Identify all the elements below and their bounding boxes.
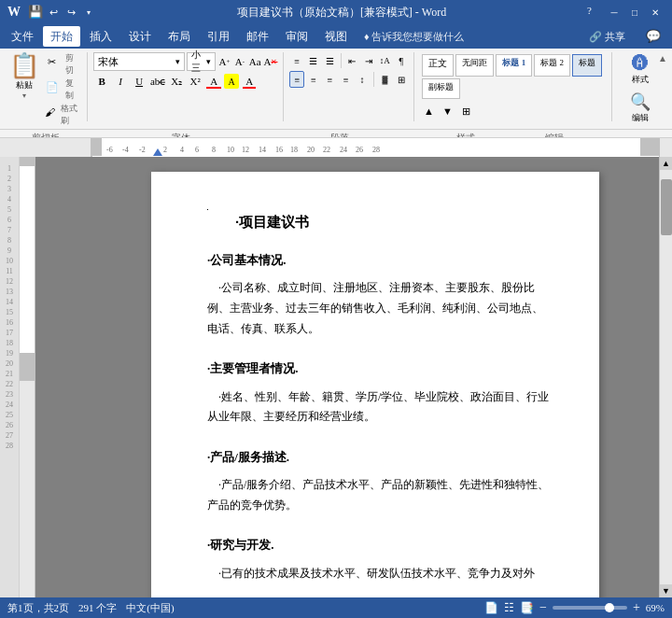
font-name-selector[interactable]: 宋体 ▾ <box>93 52 185 71</box>
menu-item-mailings[interactable]: 邮件 <box>239 26 276 47</box>
superscript-button[interactable]: X² <box>187 73 203 90</box>
quick-access-toolbar: 💾 ↩ ↪ ▾ <box>28 5 96 20</box>
font-color-button[interactable]: A <box>205 73 222 90</box>
clipboard-group: 📋 粘贴 ▾ ✂ 剪切 📄 复制 🖌 <box>4 52 88 121</box>
shading-button[interactable]: ▓ <box>378 71 392 88</box>
scroll-thumb[interactable] <box>661 179 672 235</box>
subscript-button[interactable]: X₂ <box>168 73 185 90</box>
find-icon: 🔍 <box>630 91 651 112</box>
vertical-ruler <box>19 157 35 597</box>
search-menu[interactable]: ♦ 告诉我您想要做什么 <box>357 26 471 47</box>
bold-button[interactable]: B <box>93 73 110 90</box>
style-heading1[interactable]: 标题 1 <box>496 54 532 77</box>
menu-item-references[interactable]: 引用 <box>200 26 237 47</box>
align-right-button[interactable]: ≡ <box>323 71 337 88</box>
title-bar-title: 项目建议书（原始文稿）[兼容模式] - Word <box>96 5 587 21</box>
borders-button[interactable]: ⊞ <box>394 71 408 88</box>
line-number: 4 <box>7 195 11 204</box>
print-view-button[interactable]: ☷ <box>504 601 514 615</box>
style-no-spacing[interactable]: 无间距 <box>455 54 494 77</box>
scroll-down-button[interactable]: ▼ <box>660 584 673 597</box>
increase-indent-button[interactable]: ⇥ <box>361 52 375 69</box>
line-number: 6 <box>7 216 11 224</box>
italic-button[interactable]: I <box>112 73 129 90</box>
scroll-up-button[interactable]: ▲ <box>660 157 673 170</box>
web-view-button[interactable]: 📑 <box>520 601 534 615</box>
share-button[interactable]: 🔗 共享 <box>581 26 633 47</box>
styles-more-button[interactable]: ⊞ <box>457 103 474 119</box>
paste-button[interactable]: 📋 粘贴 ▾ <box>9 52 39 102</box>
line-number: 7 <box>7 226 11 234</box>
style-heading2[interactable]: 标题 2 <box>534 54 570 77</box>
styles-pane-button[interactable]: 🅐 样式 <box>625 52 655 88</box>
font-name-value: 宋体 <box>98 55 119 69</box>
read-view-button[interactable]: 📄 <box>484 601 498 615</box>
format-painter-button[interactable]: 🖌 <box>41 103 59 121</box>
show-pilcrow-button[interactable]: ¶ <box>394 52 408 69</box>
decrease-indent-button[interactable]: ⇤ <box>345 52 359 69</box>
menu-item-layout[interactable]: 布局 <box>161 26 198 47</box>
change-case-button[interactable]: Aa <box>248 53 261 70</box>
minimize-button[interactable]: ─ <box>605 5 623 20</box>
ribbon-collapse-button[interactable]: ▲ <box>655 50 670 65</box>
cut-button[interactable]: ✂ <box>41 52 63 71</box>
styles-scroll-up-button[interactable]: ▲ <box>420 103 437 119</box>
strikethrough-button[interactable]: abc̶ <box>149 73 166 90</box>
line-number: 19 <box>6 349 13 358</box>
document-area: 1 2 3 4 5 6 7 8 9 10 11 12 13 14 15 16 1… <box>0 157 672 597</box>
copy-button[interactable]: 📄 <box>41 77 63 96</box>
ribbon-minimize-icon[interactable]: ? <box>587 5 592 20</box>
customize-quick-access-icon[interactable]: ▾ <box>81 5 96 20</box>
font-size-value: 小三 <box>191 49 206 75</box>
comments-icon[interactable]: 💬 <box>638 26 668 47</box>
save-icon[interactable]: 💾 <box>28 5 43 20</box>
sort-button[interactable]: ↕A <box>378 52 392 69</box>
align-left-button[interactable]: ≡ <box>289 71 304 88</box>
style-normal[interactable]: 正文 <box>422 54 454 77</box>
clear-formatting-button[interactable]: A✕ <box>263 53 277 70</box>
line-number: 3 <box>7 185 11 193</box>
zoom-in-button[interactable]: + <box>633 600 640 615</box>
undo-icon[interactable]: ↩ <box>46 5 61 20</box>
document-scroll-area[interactable]: ·项目建议书 ·公司基本情况. ·公司名称、成立时间、注册地区、注册资本、主要股… <box>91 157 659 597</box>
line-number: 27 <box>6 431 13 440</box>
underline-button[interactable]: U <box>131 73 147 90</box>
font-label: 字体 <box>88 132 274 139</box>
numbered-list-button[interactable]: ☰ <box>306 52 320 69</box>
menu-item-file[interactable]: 文件 <box>4 26 41 47</box>
style-title[interactable]: 标题 <box>572 54 602 77</box>
find-button[interactable]: 🔍 编辑 <box>625 90 655 126</box>
document-page[interactable]: ·项目建议书 ·公司基本情况. ·公司名称、成立时间、注册地区、注册资本、主要股… <box>151 172 599 597</box>
menu-item-insert[interactable]: 插入 <box>82 26 119 47</box>
status-bar-right: 📄 ☷ 📑 − + 69% <box>484 600 665 615</box>
zoom-level[interactable]: 69% <box>646 602 665 613</box>
menu-item-home[interactable]: 开始 <box>43 26 80 47</box>
redo-icon[interactable]: ↪ <box>63 5 78 20</box>
menu-item-review[interactable]: 审阅 <box>278 26 315 47</box>
font-size-selector[interactable]: 小三 ▾ <box>187 52 216 71</box>
font-group: 宋体 ▾ 小三 ▾ A+ A- Aa A✕ B I U abc̶ X₂ X² A <box>88 52 284 121</box>
title-bar-left: W 💾 ↩ ↪ ▾ <box>7 5 96 20</box>
menu-item-design[interactable]: 设计 <box>121 26 159 47</box>
line-number: 14 <box>6 298 13 306</box>
multilevel-list-button[interactable]: ☰ <box>322 52 336 69</box>
scroll-track[interactable] <box>660 170 672 584</box>
align-center-button[interactable]: ≡ <box>306 71 320 88</box>
restore-button[interactable]: □ <box>625 5 644 20</box>
font-color-2-button[interactable]: A <box>241 73 258 90</box>
justify-button[interactable]: ≡ <box>339 71 353 88</box>
zoom-slider[interactable] <box>553 606 627 610</box>
font-shrink-button[interactable]: A- <box>233 53 246 70</box>
zoom-out-button[interactable]: − <box>539 600 547 615</box>
styles-scroll-down-button[interactable]: ▼ <box>439 103 455 119</box>
bullet-list-button[interactable]: ≡ <box>289 52 303 69</box>
menu-item-view[interactable]: 视图 <box>317 26 355 47</box>
highlight-color-button[interactable]: A <box>224 74 239 89</box>
font-grow-button[interactable]: A+ <box>217 53 231 70</box>
style-subtitle[interactable]: 副标题 <box>422 78 460 100</box>
vertical-scrollbar[interactable]: ▲ ▼ <box>659 157 672 597</box>
close-button[interactable]: ✕ <box>646 5 665 20</box>
section-content-management: ·姓名、性别、年龄、籍贯、学历/学位、毕业院校、政治面目、行业从业年限、主要经历… <box>207 387 553 428</box>
line-spacing-button[interactable]: ↕ <box>355 71 369 88</box>
section-content-product: ·产品/服务介绍、产品技术水平、产品的新颖性、先进性和独特性、产品的竞争优势。 <box>207 475 553 515</box>
